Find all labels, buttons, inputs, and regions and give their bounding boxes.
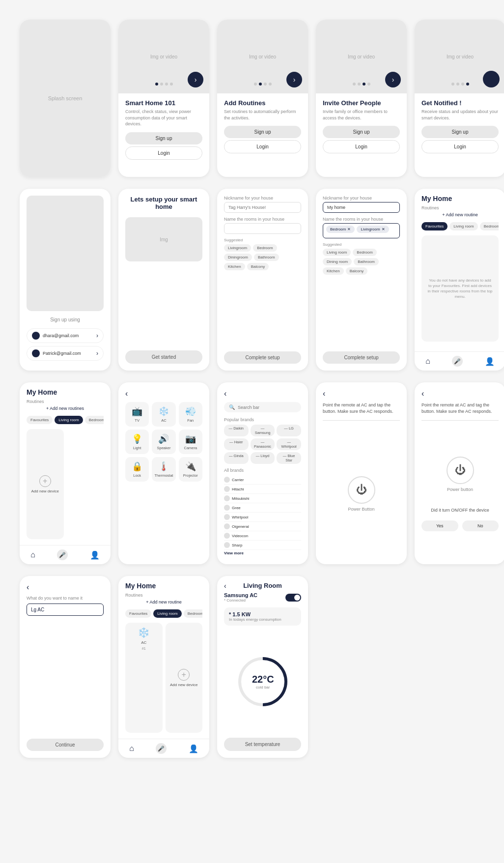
tab-bedroom-living[interactable]: Bedroom [85, 416, 104, 424]
tab-fav-living[interactable]: Favourites [27, 416, 53, 424]
brand-haier[interactable]: — Haier [224, 438, 249, 450]
room-back-btn[interactable]: ‹ [224, 582, 226, 590]
rooms-input[interactable] [224, 223, 301, 234]
brand-lloyd[interactable]: — Lloyd [251, 452, 275, 464]
nickname-input-filled[interactable] [323, 202, 400, 213]
brand-whirlpool-all[interactable]: Whirlpool [224, 513, 301, 522]
brand-hitachi[interactable]: Hitachi [224, 485, 301, 494]
yes-btn[interactable]: Yes [421, 520, 458, 531]
home-nav-icon[interactable]: ⌂ [425, 357, 430, 366]
add-routine-btn-living[interactable]: + Add new routines [27, 406, 104, 411]
back-btn-remote[interactable]: ‹ [323, 389, 400, 398]
ac-toggle[interactable] [285, 594, 301, 602]
view-more-btn[interactable]: View more [224, 551, 301, 555]
brand-lg[interactable]: — LG [277, 425, 301, 436]
category-tv[interactable]: 📺 TV [125, 402, 149, 427]
brand-samsung[interactable]: — Samsung [251, 425, 275, 436]
remove-bedroom[interactable]: ✕ [347, 227, 351, 231]
brand-whirlpool[interactable]: — Whirlpool [277, 438, 301, 450]
ac-device-card[interactable]: ❄️ AC #1 [125, 623, 163, 733]
tab-fav-ac[interactable]: Favourites [125, 609, 151, 618]
add-routine-btn-empty[interactable]: + Add new routine [421, 212, 499, 217]
complete-setup-btn-2[interactable]: Complete setup [323, 351, 400, 364]
tab-favourites-empty[interactable]: Favourites [421, 222, 448, 230]
person-nav-icon[interactable]: 👤 [485, 357, 495, 366]
brand-ginda[interactable]: — Ginda [224, 452, 249, 464]
person-icon-ac[interactable]: 👤 [189, 744, 198, 753]
chip-diningroom[interactable]: Diningroom [224, 254, 252, 261]
add-device-card[interactable]: + Add new device [27, 429, 64, 539]
back-btn-brands[interactable]: ‹ [224, 389, 301, 398]
signup-btn-4[interactable]: Sign up [421, 126, 499, 138]
get-started-btn[interactable]: Get started [125, 350, 202, 364]
add-routine-ac[interactable]: + Add new routine [125, 600, 202, 604]
google-signin-btn-2[interactable]: Patrick@gmail.com › [27, 346, 104, 361]
brand-panasonic[interactable]: — Panasonic [251, 438, 275, 450]
add-device-card-2[interactable]: + Add new device [166, 623, 203, 733]
back-btn-categories[interactable]: ‹ [125, 389, 202, 398]
category-ac[interactable]: ❄️ AC [152, 402, 175, 427]
google-signin-btn[interactable]: dhara@gmail.com › [27, 328, 104, 343]
tab-bedroom-ac[interactable]: Bedroom [184, 609, 202, 618]
login-btn-3[interactable]: Login [323, 140, 400, 153]
login-btn-4[interactable]: Login [421, 140, 499, 153]
onboard-arrow-4[interactable] [483, 71, 500, 87]
category-light[interactable]: 💡 Light [125, 430, 149, 454]
chip-bathroom[interactable]: Bathroom [254, 254, 279, 261]
tab-living-ac[interactable]: Living room [153, 609, 181, 618]
complete-setup-btn-1[interactable]: Complete setup [224, 351, 301, 364]
thermostat-dial[interactable]: 22°C cold bar [228, 647, 297, 716]
category-lock[interactable]: 🔒 Lock [125, 457, 149, 482]
back-btn-name[interactable]: ‹ [27, 583, 104, 592]
login-btn-2[interactable]: Login [224, 140, 301, 153]
mic-nav-icon[interactable]: 🎤 [452, 356, 463, 367]
selected-livingroom-chip[interactable]: Livingroom ✕ [357, 226, 389, 233]
mic-icon-ac[interactable]: 🎤 [156, 743, 167, 754]
brand-daikin[interactable]: — Daikin [224, 425, 249, 436]
brand-carrier[interactable]: Carrier [224, 475, 301, 485]
brand-oigeneral[interactable]: Oigeneral [224, 522, 301, 531]
home-icon-ac[interactable]: ⌂ [129, 744, 134, 753]
brand-gree[interactable]: Gree [224, 503, 301, 513]
category-camera[interactable]: 📷 Camera [179, 430, 202, 454]
chip-livingroom[interactable]: Livingroom [224, 244, 251, 252]
brand-videocon[interactable]: Videocon [224, 531, 301, 541]
mic-icon-living[interactable]: 🎤 [57, 549, 68, 560]
signup-btn-2[interactable]: Sign up [224, 126, 301, 138]
onboard-arrow-1[interactable]: › [188, 72, 203, 87]
chip-kitchen[interactable]: Kitchen [224, 263, 245, 270]
brand-mitsubishi[interactable]: Mitsubishi [224, 494, 301, 503]
signup-btn-3[interactable]: Sign up [323, 126, 400, 138]
chip-living-room-2[interactable]: Living room [323, 249, 351, 256]
category-fan[interactable]: 💨 Fan [179, 402, 202, 427]
power-button[interactable]: ⏻ [348, 476, 375, 504]
chip-bathroom-2[interactable]: Bathroom [354, 258, 379, 265]
chip-dining-room[interactable]: Dining room [323, 258, 352, 265]
onboard-arrow-3[interactable]: › [385, 72, 401, 87]
tab-bedroom-empty[interactable]: Bedroom [480, 222, 499, 230]
category-speaker[interactable]: 🔊 Speaker [152, 430, 175, 454]
search-input[interactable] [238, 405, 296, 410]
chip-bedroom[interactable]: Bedroom [253, 244, 277, 252]
brand-bluestar[interactable]: — Blue Star [277, 452, 301, 464]
set-temp-btn[interactable]: Set temperature [224, 738, 301, 751]
brand-sharp[interactable]: Sharp [224, 541, 301, 550]
remove-livingroom[interactable]: ✕ [382, 227, 385, 231]
tab-living-empty[interactable]: Living room [449, 222, 477, 230]
nickname-input[interactable] [224, 202, 301, 213]
chip-bedroom-2[interactable]: Bedroom [353, 249, 376, 256]
chip-balcony[interactable]: Balcony [247, 263, 269, 270]
person-icon-living[interactable]: 👤 [90, 550, 100, 560]
signup-btn-1[interactable]: Sign up [125, 132, 202, 144]
tab-livingroom-active[interactable]: Living room [55, 416, 83, 424]
login-btn-1[interactable]: Login [125, 146, 202, 160]
category-projector[interactable]: 🔌 Projector [179, 457, 202, 482]
back-btn-confirm[interactable]: ‹ [421, 389, 499, 398]
power-button-2[interactable]: ⏻ [447, 457, 474, 484]
category-thermostat[interactable]: 🌡️ Thermostat [152, 457, 175, 482]
name-device-input[interactable] [27, 604, 104, 616]
home-icon-living[interactable]: ⌂ [30, 550, 35, 559]
no-btn[interactable]: No [462, 520, 499, 531]
chip-balcony-2[interactable]: Balcony [346, 267, 367, 275]
continue-btn[interactable]: Continue [27, 739, 104, 751]
